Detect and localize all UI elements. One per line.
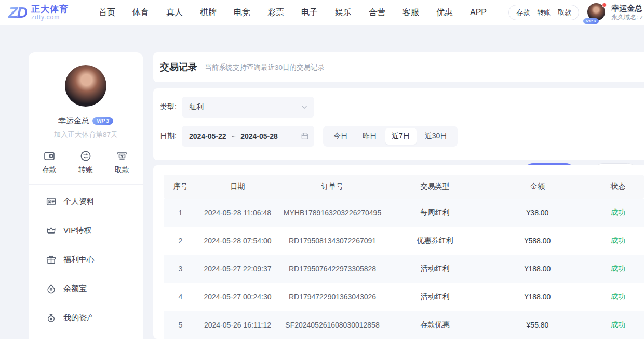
sidebar-menu-label: 福利中心 [63,255,95,265]
cell-amount: ¥55.80 [483,321,592,329]
nav-item[interactable]: 客服 [403,7,419,18]
table-column-header: 订单号 [278,182,387,191]
cell-type: 活动红利 [387,264,483,273]
profile-avatar[interactable] [65,65,106,107]
nav-item[interactable]: 优惠 [436,7,453,18]
nav-item[interactable]: 首页 [99,7,115,18]
quick-action-label: 存款 [42,165,57,175]
user-avatar[interactable]: VIP 3 [587,3,606,22]
type-select[interactable]: 红利 [182,97,314,118]
title-card: 交易记录 当前系统支持查询最近30日的交易记录 [153,52,644,82]
sidebar-menu-item[interactable]: 取款卡 [46,332,143,339]
sidebar-menu-label: 余额宝 [63,284,87,294]
brand-logo[interactable]: ZD 正大体育 zdty.com [0,5,69,20]
cell-date: 2024-05-28 07:54:00 [197,237,278,245]
calendar-icon [301,132,309,140]
transfer-icon [79,150,92,162]
withdraw-icon [116,150,128,162]
nav-item[interactable]: 合营 [369,7,385,18]
cell-amount: ¥588.00 [483,237,592,245]
quick-action-label: 取款 [115,165,129,175]
logo-monogram-icon: ZD [8,5,27,20]
join-days-note: 加入正大体育第87天 [29,130,143,139]
cell-date: 2024-05-26 16:11:12 [197,321,278,329]
nav-item[interactable]: 真人 [166,7,183,18]
top-header: ZD 正大体育 zdty.com 首页体育真人棋牌电竞彩票电子娱乐合营客服优惠A… [0,0,644,25]
header-right: 存款转账取款 VIP 3 幸运金总 永久域名: z [508,0,644,25]
id-card-icon [46,196,57,207]
nav-item[interactable]: 棋牌 [200,7,217,18]
quick-action[interactable]: 存款 [42,150,57,175]
cell-date: 2024-05-27 22:09:37 [197,265,278,273]
nav-item[interactable]: 电子 [301,7,318,18]
nav-item[interactable]: 彩票 [267,7,284,18]
date-start: 2024-05-22 [189,132,226,140]
nav-item[interactable]: 体育 [132,7,149,18]
table-column-header: 日期 [197,182,278,191]
sidebar-menu-item[interactable]: 个人资料 [46,187,143,216]
table-row[interactable]: 2 2024-05-28 07:54:00 RD1795081343072267… [164,227,644,255]
profile-vip-badge: VIP 3 [92,117,113,125]
sidebar-menu-item[interactable]: 福利中心 [46,245,143,274]
sidebar-menu-item[interactable]: 我的资产 [46,303,143,332]
divider [29,184,143,185]
table-header-row: 序号日期订单号交易类型金额状态 [164,175,644,199]
quick-action[interactable]: 转账 [78,150,93,175]
cell-amount: ¥188.00 [483,265,592,273]
table-column-header: 状态 [592,182,644,191]
cell-type: 活动红利 [387,292,483,302]
status-badge: 成功 [592,236,644,245]
username: 幸运金总 [611,4,643,14]
quick-action-label: 转账 [78,165,93,175]
page: ZD 正大体育 zdty.com 首页体育真人棋牌电竞彩票电子娱乐合营客服优惠A… [0,0,644,339]
brand-domain: zdty.com [31,14,69,21]
main-nav: 首页体育真人棋牌电竞彩票电子娱乐合营客服优惠APP [99,7,487,18]
type-filter-label: 类型: [160,102,182,112]
sidebar-menu: 个人资料 VIP特权 福利中心 余额宝 [29,187,143,339]
sidebar-menu-label: VIP特权 [63,226,91,236]
crown-icon [46,225,57,236]
quick-range-button[interactable]: 昨日 [356,128,383,145]
wallet-icon [43,150,56,162]
quick-range-button[interactable]: 近7日 [385,128,417,145]
cell-no: 3 [164,265,197,273]
nav-item[interactable]: APP [470,8,487,17]
quick-range-group: 今日昨日近7日近30日 [323,126,458,147]
sidebar-quick-actions: 存款 转账 取款 [29,139,143,175]
notification-dot [602,3,607,7]
nav-item[interactable]: 电竞 [234,7,250,18]
table-column-header: 序号 [164,182,197,191]
sidebar-menu-item[interactable]: VIP特权 [46,216,143,245]
status-badge: 成功 [592,208,644,217]
page-subtitle: 当前系统支持查询最近30日的交易记录 [205,62,325,72]
date-range-input[interactable]: 2024-05-22 ~ 2024-05-28 [182,126,314,147]
table-row[interactable]: 1 2024-05-28 11:06:48 MYHB17891632032262… [164,199,644,227]
header-wallet-button[interactable]: 存款 [516,8,530,17]
status-badge: 成功 [592,292,644,302]
cell-type: 每周红利 [387,208,483,217]
nav-item[interactable]: 娱乐 [335,7,352,18]
table-row[interactable]: 3 2024-05-27 22:09:37 RD1795076422973305… [164,255,644,283]
cell-date: 2024-05-28 11:06:48 [197,208,278,217]
table-row[interactable]: 4 2024-05-27 00:24:30 RD1794722901363043… [164,283,644,311]
header-wallet-button[interactable]: 取款 [558,8,571,17]
cell-no: 5 [164,321,197,329]
gift-icon [46,254,57,265]
cell-type: 存款优惠 [387,320,483,330]
quick-range-button[interactable]: 近30日 [419,128,454,145]
header-wallet-buttons: 存款转账取款 [508,5,579,20]
sidebar-menu-label: 个人资料 [63,197,95,206]
table-row[interactable]: 5 2024-05-26 16:11:12 SF2024052616080300… [164,311,644,339]
cell-no: 1 [164,208,197,217]
sidebar: 幸运金总 VIP 3 加入正大体育第87天 存款 转账 取款 [29,52,143,339]
page-title: 交易记录 [160,61,197,73]
quick-action[interactable]: 取款 [115,150,129,175]
header-wallet-button[interactable]: 转账 [537,8,551,17]
quick-range-button[interactable]: 今日 [327,128,354,145]
transactions-table: 序号日期订单号交易类型金额状态 1 2024-05-28 11:06:48 MY… [164,175,644,339]
cell-order: RD1794722901363043026 [278,293,387,301]
sidebar-menu-item[interactable]: 余额宝 [46,274,143,303]
table-column-header: 交易类型 [387,182,483,191]
table-body: 1 2024-05-28 11:06:48 MYHB17891632032262… [164,199,644,339]
brand-name: 正大体育 [31,5,69,14]
